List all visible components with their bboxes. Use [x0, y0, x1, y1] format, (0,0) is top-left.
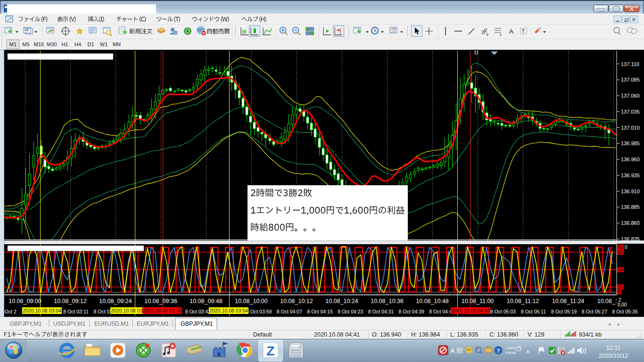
svg-text:GBPJPY,M1: GBPJPY,M1: [9, 321, 42, 327]
svg-text:8 Oct 03:11: 8 Oct 03:11: [63, 309, 89, 314]
svg-text:5: 5: [618, 289, 620, 295]
svg-text:8 Oct 05:19: 8 Oct 05:19: [551, 309, 577, 314]
svg-text:136.835: 136.835: [621, 236, 640, 242]
svg-text:136.910: 136.910: [621, 189, 640, 194]
svg-text:15: 15: [618, 285, 623, 290]
svg-text:EURJPY,M1: EURJPY,M1: [137, 321, 169, 327]
svg-text:2020.10.08 03:54: 2020.10.08 03:54: [209, 308, 248, 313]
svg-text:136.860: 136.860: [621, 220, 640, 226]
svg-text:10.08_10:12: 10.08_10:12: [280, 298, 313, 304]
svg-text:D1: D1: [87, 41, 94, 47]
svg-text:USDJPY,M1: USDJPY,M1: [53, 321, 86, 327]
svg-text:2020.10.08 04:58: 2020.10.08 04:58: [451, 308, 490, 313]
svg-text:2020.10.08 04:41: 2020.10.08 04:41: [314, 331, 360, 338]
svg-text:50: 50: [618, 267, 623, 272]
svg-text:E: E: [487, 33, 489, 36]
svg-text:A: A: [509, 28, 513, 35]
svg-text:0,00: 0,00: [618, 302, 627, 307]
svg-text:O: 136.940: O: 136.940: [372, 331, 401, 338]
svg-text:10.08_11:00: 10.08_11:00: [462, 298, 494, 304]
svg-text:136.885: 136.885: [621, 204, 640, 210]
svg-text:8 Oct 05:03: 8 Oct 05:03: [490, 309, 516, 314]
svg-text:EURUSD,M1: EURUSD,M1: [94, 321, 129, 327]
svg-text:10.08_10:24: 10.08_10:24: [325, 298, 358, 304]
svg-text:M5: M5: [22, 41, 29, 47]
svg-text:10.08_11:12: 10.08_11:12: [507, 298, 539, 304]
svg-text:CAPS: CAPS: [505, 346, 516, 350]
svg-text:KANA: KANA: [505, 351, 516, 355]
svg-text:10.08_09:48: 10.08_09:48: [190, 298, 223, 304]
svg-text:C: 136.960: C: 136.960: [489, 331, 518, 338]
svg-text:8 Oct 03:59: 8 Oct 03:59: [246, 309, 272, 314]
svg-text:934/1 kb: 934/1 kb: [579, 331, 602, 338]
svg-text:95: 95: [618, 245, 623, 250]
svg-text:H: 136.964: H: 136.964: [411, 331, 440, 338]
svg-text:?: ?: [497, 348, 500, 354]
svg-text:T: T: [522, 28, 525, 34]
svg-text:137.085: 137.085: [621, 77, 640, 82]
svg-text:L: 136.935: L: 136.935: [450, 331, 478, 338]
svg-text:10.08_09:36: 10.08_09:36: [144, 298, 177, 304]
svg-text:137.010: 137.010: [621, 125, 640, 131]
svg-text:Default: Default: [253, 331, 272, 338]
svg-text:0: 0: [299, 345, 301, 348]
svg-text:85: 85: [618, 250, 623, 255]
svg-text:8 Oct 03:43: 8 Oct 03:43: [185, 309, 211, 314]
svg-text:8 Oct 04:07: 8 Oct 04:07: [277, 309, 302, 314]
svg-text:8 Oct 04:23: 8 Oct 04:23: [338, 309, 363, 314]
svg-text:10.08_09:00: 10.08_09:00: [8, 298, 41, 304]
svg-text:Z: Z: [266, 343, 274, 358]
svg-text:10.08_09:12: 10.08_09:12: [54, 298, 87, 304]
svg-text:F: F: [500, 33, 502, 37]
svg-text:137.035: 137.035: [621, 109, 640, 115]
svg-text:8 Oct 05:35: 8 Oct 05:35: [612, 309, 637, 314]
svg-text:0: 0: [625, 245, 627, 250]
svg-text:10.08_11:24: 10.08_11:24: [552, 298, 585, 304]
svg-text:10.08_09:24: 10.08_09:24: [99, 298, 132, 304]
svg-text:H4: H4: [74, 41, 81, 47]
svg-text:V: 129: V: 129: [528, 331, 545, 338]
svg-text:8 Oct 04:15: 8 Oct 04:15: [307, 309, 332, 314]
svg-text:W1: W1: [100, 41, 108, 47]
svg-text:2020.10.08 03:36: 2020.10.08 03:36: [143, 308, 182, 313]
svg-text:137.060: 137.060: [621, 93, 640, 99]
svg-text:136.960: 136.960: [621, 156, 640, 162]
svg-text:8 Oct 05:27: 8 Oct 05:27: [582, 309, 607, 314]
svg-text:8 Oct 04:31: 8 Oct 04:31: [368, 309, 394, 314]
svg-text:MN: MN: [113, 41, 121, 47]
svg-text:2020/10/12: 2020/10/12: [599, 353, 628, 359]
svg-text:A: A: [450, 346, 455, 354]
svg-text:H1: H1: [61, 41, 68, 47]
svg-text:10.08_10:00: 10.08_10:00: [235, 298, 268, 304]
svg-text:M1: M1: [9, 41, 17, 47]
svg-text:2020.10.08 03:04: 2020.10.08 03:04: [23, 308, 61, 313]
svg-text:M30: M30: [47, 41, 57, 47]
svg-text:GBPJPY,M1: GBPJPY,M1: [181, 321, 213, 327]
svg-text:12:11: 12:11: [606, 345, 620, 351]
svg-text:10.08_10:48: 10.08_10:48: [416, 298, 449, 304]
svg-text:10.08_10:36: 10.08_10:36: [371, 298, 404, 304]
svg-text:136.935: 136.935: [621, 173, 640, 178]
svg-text:8 Oct 04:39: 8 Oct 04:39: [399, 309, 424, 314]
svg-text:8 Oct 05:11: 8 Oct 05:11: [521, 309, 546, 314]
svg-text:136.985: 136.985: [621, 140, 640, 146]
svg-text:137.110: 137.110: [621, 61, 639, 67]
svg-text:M15: M15: [34, 41, 44, 47]
